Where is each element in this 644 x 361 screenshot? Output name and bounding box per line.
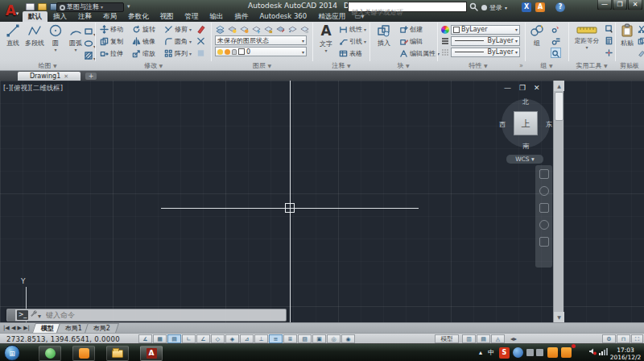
drawing-close-icon[interactable]: ✕ <box>534 84 540 92</box>
drawing-restore-icon[interactable]: ❐ <box>519 84 526 92</box>
layer-isolate-icon[interactable] <box>239 24 250 35</box>
edit-attributes-button[interactable]: 编辑属性▾ <box>399 48 440 59</box>
text-button[interactable]: A 文字▾ <box>316 23 336 52</box>
command-drag-handle[interactable] <box>7 309 15 322</box>
layer-off-icon[interactable] <box>227 24 237 35</box>
table-button[interactable]: 表格 <box>339 48 362 59</box>
tab-plugins[interactable]: 插件 <box>229 11 254 22</box>
close-button[interactable]: ✕ <box>628 0 642 10</box>
quick-calc-button[interactable] <box>604 35 614 46</box>
circle-button[interactable]: 圆▾ <box>47 23 64 52</box>
lineweight-display-toggle[interactable]: ≣ <box>283 334 297 343</box>
copy-clip-button[interactable] <box>636 35 644 46</box>
file-tab-drawing1[interactable]: Drawing1✕ <box>18 72 80 81</box>
navigation-bar[interactable] <box>535 165 552 268</box>
explode-button[interactable] <box>196 35 206 46</box>
viewport-controls[interactable]: [-][俯视][二维线框] <box>3 84 63 93</box>
lineweight-dropdown[interactable]: ByLayer▾ <box>441 35 520 46</box>
minimize-button[interactable]: — <box>597 0 612 10</box>
infer-constraints-toggle[interactable]: ∡ <box>138 334 152 343</box>
layer-lock-icon[interactable] <box>263 24 274 35</box>
group-edit-button[interactable] <box>551 35 561 46</box>
polyline-button[interactable]: 多段线 <box>24 23 45 48</box>
viewcube-east[interactable]: 东 <box>546 120 552 129</box>
quick-select-button[interactable] <box>604 23 614 34</box>
workspace-gear-button[interactable]: ⚙ <box>602 334 616 343</box>
open-icon[interactable] <box>38 3 47 10</box>
line-button[interactable]: 直线 <box>3 23 23 48</box>
tray-icon-1[interactable] <box>526 349 534 356</box>
tab-featured-apps[interactable]: 精选应用 <box>312 11 351 22</box>
clean-screen-button[interactable]: ⛶ <box>631 334 643 343</box>
blue-tray-icon[interactable] <box>513 347 523 358</box>
viewcube-south[interactable]: 南 <box>522 142 529 151</box>
erase-button[interactable] <box>196 23 206 34</box>
showmotion-icon[interactable] <box>539 237 549 247</box>
taskbar-app-autocad[interactable]: A <box>140 346 163 361</box>
layer-unlock-icon[interactable] <box>299 24 310 35</box>
steering-wheel-icon[interactable] <box>539 169 549 179</box>
move-button[interactable]: 移动 <box>100 24 123 35</box>
annotation-scale-button[interactable]: ◬ <box>491 334 505 343</box>
viewcube-top-face[interactable]: 上 <box>514 111 538 135</box>
object-color-dropdown[interactable]: ByLayer▾ <box>441 24 520 35</box>
new-drawing-tab-button[interactable]: + <box>85 73 97 80</box>
model-space-button[interactable]: 模型 <box>435 334 459 343</box>
tab-home[interactable]: 默认 <box>23 11 47 22</box>
drawing-minimize-icon[interactable]: — <box>504 84 511 92</box>
ungroup-button[interactable] <box>551 23 561 34</box>
layer-match-icon[interactable] <box>275 24 286 35</box>
start-button[interactable]: ⊞ <box>4 345 20 361</box>
arc-button[interactable]: 圆弧▾ <box>66 23 85 52</box>
network-icon[interactable] <box>598 347 608 359</box>
taskbar-clock[interactable]: 17:03 2016/12/2 <box>609 346 642 361</box>
polar-tracking-toggle[interactable]: ∠ <box>196 334 210 343</box>
tab-view[interactable]: 视图 <box>155 11 180 22</box>
object-snap-toggle[interactable]: ◇ <box>211 334 225 343</box>
scroll-down-icon[interactable]: ▼ <box>554 312 564 322</box>
ribbon-minimize-button[interactable]: ▭▾ <box>351 11 367 22</box>
file-tab-close-icon[interactable]: ✕ <box>64 73 68 80</box>
pan-icon[interactable] <box>539 186 549 196</box>
match-properties-button[interactable] <box>636 48 644 58</box>
viewcube[interactable]: 北 南 东 西 上 <box>497 95 554 151</box>
group-selection-toggle[interactable] <box>551 48 561 58</box>
properties-panel-label[interactable]: 特性 ▼ » <box>437 61 525 70</box>
3d-object-snap-toggle[interactable]: ◈ <box>225 334 239 343</box>
command-line[interactable]: >_ ▾ <box>6 309 287 322</box>
layer-properties-icon[interactable] <box>215 24 225 35</box>
scale-button[interactable]: 缩放 <box>132 48 155 59</box>
viewcube-west[interactable]: 西 <box>499 120 506 129</box>
copy-button[interactable]: 复制 <box>100 36 123 47</box>
rotate-button[interactable]: 旋转 <box>132 24 155 35</box>
annotation-panel-label[interactable]: 注释 ▼ <box>313 61 369 70</box>
block-panel-label[interactable]: 块 ▼ <box>369 61 437 70</box>
layer-state-dropdown[interactable]: 未保存的图层状态▾ <box>215 35 307 45</box>
create-block-button[interactable]: 创建 <box>399 24 423 35</box>
tab-manage[interactable]: 管理 <box>180 11 204 22</box>
tab-annotate[interactable]: 注释 <box>72 11 97 22</box>
mirror-button[interactable]: 镜像 <box>132 36 155 47</box>
annotation-monitor-toggle[interactable]: ◉ <box>341 334 355 343</box>
qat-menu-button[interactable]: ▾ <box>127 2 130 10</box>
tray-icon-2[interactable] <box>536 349 543 356</box>
tab-insert[interactable]: 插入 <box>47 11 72 22</box>
transparency-toggle[interactable]: ▨ <box>298 334 312 343</box>
scroll-up-icon[interactable]: ▲ <box>554 81 564 91</box>
sogou-input-icon[interactable]: S <box>499 347 510 359</box>
speaker-muted-icon[interactable] <box>588 347 597 359</box>
wcs-dropdown[interactable]: WCS ▾ <box>506 155 543 164</box>
tray-expand-icon[interactable]: ▴ <box>477 347 485 359</box>
tab-layout2[interactable]: 布局2 <box>85 323 119 333</box>
snap-mode-toggle[interactable]: ▦ <box>153 334 167 343</box>
command-input[interactable] <box>43 311 286 319</box>
fillet-button[interactable]: 圆角▾ <box>164 36 192 47</box>
quick-view-layouts-button[interactable]: ▥ <box>462 334 476 343</box>
selection-cycling-toggle[interactable]: ◎ <box>327 334 341 343</box>
modify-panel-label[interactable]: 修改 ▼ <box>96 61 211 70</box>
fade-button[interactable] <box>196 48 206 58</box>
array-button[interactable]: 阵列▾ <box>164 48 192 59</box>
scrollbar-thumb[interactable] <box>555 92 564 121</box>
layers-panel-label[interactable]: 图层 ▼ <box>212 61 312 70</box>
viewcube-north[interactable]: 北 <box>522 98 529 106</box>
